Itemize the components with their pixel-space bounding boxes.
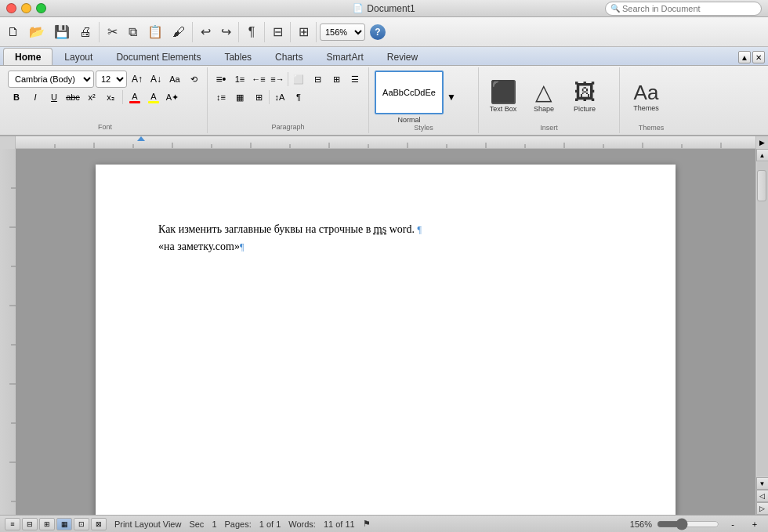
- copy-button[interactable]: ⧉: [123, 20, 142, 44]
- help-button[interactable]: ?: [370, 24, 386, 40]
- font-color-button[interactable]: A: [126, 89, 143, 106]
- view-btn-2[interactable]: ⊟: [22, 518, 38, 530]
- tab-home[interactable]: Home: [3, 48, 53, 65]
- picture-button[interactable]: 🖼 Picture: [565, 71, 604, 124]
- cut-button[interactable]: ✂: [103, 20, 121, 44]
- show-formatting-button[interactable]: ¶: [242, 20, 261, 44]
- save-button[interactable]: 💾: [50, 20, 74, 44]
- view-btn-3[interactable]: ⊞: [39, 518, 55, 530]
- style-scroll-button[interactable]: ▼: [444, 74, 458, 120]
- clear-format-button[interactable]: ⟲: [185, 71, 202, 88]
- window-title: 📄 Document1: [353, 3, 415, 14]
- align-right-button[interactable]: ⊞: [328, 71, 345, 88]
- themes-icon: Aa: [634, 82, 659, 103]
- undo-button[interactable]: ↩: [196, 20, 215, 44]
- search-box[interactable]: 🔍: [605, 2, 762, 16]
- view-btn-6[interactable]: ⊠: [91, 518, 107, 530]
- export-button[interactable]: ⊞: [294, 20, 313, 44]
- search-area: 🔍: [605, 2, 762, 16]
- scroll-down-button[interactable]: ▼: [756, 477, 769, 490]
- style-box[interactable]: AaBbCcDdEe: [375, 71, 444, 114]
- zoom-in-button[interactable]: +: [746, 516, 763, 533]
- shape-label: Shape: [534, 105, 554, 113]
- highlight-button[interactable]: A: [145, 89, 162, 106]
- indent-increase-button[interactable]: ≡→: [269, 71, 286, 88]
- open-button[interactable]: 📂: [25, 20, 49, 44]
- words-label: Words:: [288, 519, 316, 529]
- bold-button[interactable]: B: [8, 89, 25, 106]
- justify-button[interactable]: ☰: [346, 71, 364, 88]
- text-box-button[interactable]: ⬛ Text Box: [484, 71, 523, 124]
- new-document-button[interactable]: 🗋: [3, 20, 24, 44]
- maximize-button[interactable]: [36, 3, 46, 13]
- ribbon-collapse-up[interactable]: ▲: [738, 51, 751, 63]
- show-para-button[interactable]: ¶: [290, 89, 307, 106]
- ruler-scroll-button[interactable]: ▶: [755, 136, 768, 149]
- borders-button[interactable]: ⊞: [250, 89, 267, 106]
- view-btn-1[interactable]: ≡: [5, 518, 20, 530]
- close-button[interactable]: [6, 3, 16, 13]
- tab-tables[interactable]: Tables: [212, 48, 263, 65]
- minimize-button[interactable]: [21, 3, 31, 13]
- tab-charts[interactable]: Charts: [263, 48, 314, 65]
- zoom-select[interactable]: 156%: [320, 24, 365, 41]
- tab-layout[interactable]: Layout: [53, 48, 104, 65]
- print-button[interactable]: 🖨: [75, 20, 96, 44]
- zoom-label: 156%: [630, 519, 652, 529]
- superscript-button[interactable]: x²: [83, 89, 100, 106]
- pages-label: Pages:: [225, 519, 252, 529]
- zoom-out-button[interactable]: -: [724, 516, 741, 533]
- line-spacing-button[interactable]: ↕≡: [212, 89, 230, 106]
- ribbon-group-insert: ⬛ Text Box △ Shape 🖼 Picture Insert: [479, 67, 620, 133]
- tab-review[interactable]: Review: [375, 48, 429, 65]
- case-toggle-button[interactable]: Aa: [166, 71, 183, 88]
- document-area[interactable]: Как изменить заглавные буквы на строчные…: [16, 149, 755, 515]
- ribbon-tabs: Home Layout Document Elements Tables Cha…: [0, 47, 768, 66]
- document-content[interactable]: Как изменить заглавные буквы на строчные…: [158, 221, 613, 256]
- font-shrink-button[interactable]: A↓: [147, 71, 165, 88]
- underline-button[interactable]: U: [45, 89, 63, 106]
- zoom-slider[interactable]: [657, 521, 719, 527]
- paste-button[interactable]: 📋: [143, 20, 167, 44]
- ribbon-collapse-buttons: ▲ ✕: [738, 51, 765, 65]
- subscript-button[interactable]: x₂: [102, 89, 119, 106]
- columns-button[interactable]: ⊟: [268, 20, 287, 44]
- ribbon-group-paragraph: ≡• 1≡ ←≡ ≡→ ⬜ ⊟ ⊞ ☰ ↕≡ ▦ ⊞ ↕A ¶ Paragrap…: [208, 67, 369, 133]
- view-buttons: ≡ ⊟ ⊞ ▦ ⊡ ⊠: [5, 518, 107, 530]
- redo-button[interactable]: ↪: [216, 20, 235, 44]
- align-center-button[interactable]: ⊟: [309, 71, 326, 88]
- ribbon-collapse-down[interactable]: ✕: [752, 51, 765, 63]
- font-name-select[interactable]: Cambria (Body): [8, 71, 94, 88]
- scroll-page-down-button[interactable]: ▷: [756, 502, 769, 515]
- scroll-up-button[interactable]: ▲: [756, 149, 769, 161]
- align-left-button[interactable]: ⬜: [290, 71, 307, 88]
- status-right-area: 156% - +: [630, 516, 763, 533]
- bullet-list-button[interactable]: ≡•: [212, 71, 230, 88]
- format-painter-button[interactable]: 🖌: [168, 20, 189, 44]
- scrollbar-track[interactable]: [757, 162, 768, 476]
- shading-button[interactable]: ▦: [231, 89, 248, 106]
- tab-document-elements[interactable]: Document Elements: [104, 48, 212, 65]
- shape-button[interactable]: △ Shape: [524, 71, 563, 124]
- toolbar-separator-5: [290, 22, 291, 42]
- view-btn-5[interactable]: ⊡: [74, 518, 89, 530]
- text-effect-button[interactable]: A✦: [164, 89, 181, 106]
- tab-smartart[interactable]: SmartArt: [314, 48, 375, 65]
- italic-button[interactable]: I: [27, 89, 44, 106]
- font-grow-button[interactable]: A↑: [129, 71, 146, 88]
- numbered-list-button[interactable]: 1≡: [231, 71, 248, 88]
- ribbon-content: Cambria (Body) 12 A↑ A↓ Aa ⟲ B I U abc x…: [0, 66, 768, 136]
- scrollbar-thumb[interactable]: [757, 170, 766, 201]
- themes-button[interactable]: Aa Themes: [625, 71, 668, 124]
- ruler-left-corner: [0, 136, 16, 149]
- font-size-select[interactable]: 12: [96, 71, 127, 88]
- view-btn-4[interactable]: ▦: [56, 518, 72, 530]
- insert-group-label: Insert: [484, 124, 614, 132]
- text-box-icon: ⬛: [490, 81, 517, 103]
- search-input[interactable]: [622, 4, 756, 13]
- text-box-label: Text Box: [490, 105, 517, 113]
- scroll-page-up-button[interactable]: ◁: [756, 490, 769, 502]
- strikethrough-button[interactable]: abc: [64, 89, 82, 106]
- indent-decrease-button[interactable]: ←≡: [250, 71, 267, 88]
- sort-button[interactable]: ↕A: [271, 89, 288, 106]
